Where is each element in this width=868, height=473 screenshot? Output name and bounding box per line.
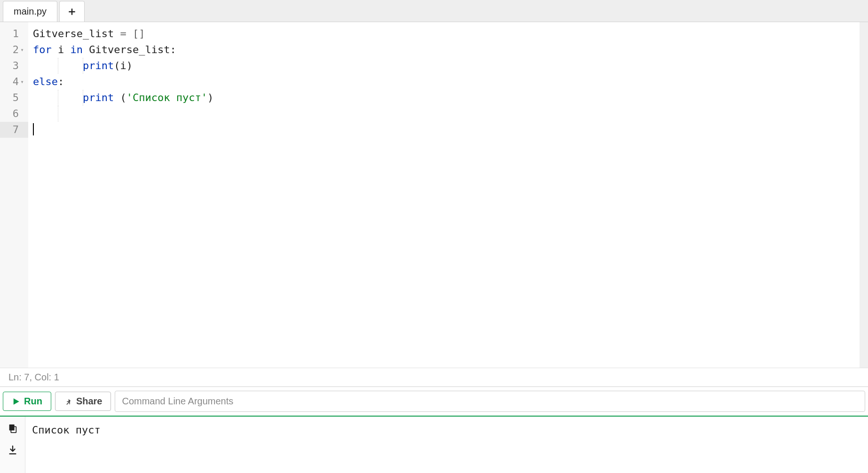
text-cursor bbox=[33, 123, 34, 135]
tab-main-py[interactable]: main.py bbox=[3, 1, 57, 22]
line-number: 5 bbox=[13, 90, 19, 106]
line-number: 1 bbox=[13, 26, 19, 42]
output-content[interactable]: Список пуст bbox=[25, 417, 868, 473]
copy-icon bbox=[8, 423, 18, 434]
line-number: 4 bbox=[13, 74, 19, 90]
gutter-line: 5 bbox=[0, 90, 28, 106]
share-button[interactable]: Share bbox=[55, 392, 111, 411]
share-icon bbox=[64, 397, 72, 406]
share-button-label: Share bbox=[76, 396, 103, 407]
line-number: 7 bbox=[13, 122, 19, 138]
code-line[interactable] bbox=[33, 106, 860, 122]
copy-output-button[interactable] bbox=[8, 423, 18, 435]
gutter-line: 7 bbox=[0, 122, 28, 138]
gutter-line: 4▾ bbox=[0, 74, 28, 90]
svg-rect-4 bbox=[9, 425, 14, 431]
code-line[interactable]: print(i) bbox=[33, 58, 860, 74]
run-button-label: Run bbox=[24, 396, 42, 407]
fold-marker-icon[interactable]: ▾ bbox=[20, 42, 24, 58]
code-line[interactable]: print ('Список пуст') bbox=[33, 90, 860, 106]
gutter: 12▾34▾567 bbox=[0, 22, 28, 368]
cli-args-input[interactable] bbox=[115, 391, 865, 412]
new-tab-button[interactable] bbox=[59, 1, 85, 22]
line-number: 2 bbox=[13, 42, 19, 58]
download-output-button[interactable] bbox=[8, 445, 18, 457]
tabs-bar: main.py bbox=[0, 0, 868, 22]
status-line: Ln: 7, Col: 1 bbox=[0, 368, 868, 386]
play-icon bbox=[12, 397, 20, 406]
download-icon bbox=[8, 445, 18, 455]
line-number: 6 bbox=[13, 106, 19, 122]
code-line[interactable]: else: bbox=[33, 74, 860, 90]
gutter-line: 6 bbox=[0, 106, 28, 122]
line-number: 3 bbox=[13, 58, 19, 74]
gutter-line: 2▾ bbox=[0, 42, 28, 58]
run-button[interactable]: Run bbox=[3, 392, 51, 411]
toolbar: Run Share bbox=[0, 386, 868, 417]
editor-area[interactable]: 12▾34▾567 Gitverse_list = []for i in Git… bbox=[0, 22, 868, 368]
plus-icon bbox=[67, 7, 77, 16]
code-line[interactable]: Gitverse_list = [] bbox=[33, 26, 860, 42]
output-sidebar bbox=[0, 417, 25, 473]
code-line[interactable]: for i in Gitverse_list: bbox=[33, 42, 860, 58]
svg-marker-2 bbox=[14, 398, 19, 405]
output-panel: Список пуст bbox=[0, 417, 868, 473]
code-line[interactable] bbox=[33, 122, 860, 138]
code-content[interactable]: Gitverse_list = []for i in Gitverse_list… bbox=[28, 22, 860, 368]
gutter-line: 3 bbox=[0, 58, 28, 74]
gutter-line: 1 bbox=[0, 26, 28, 42]
fold-marker-icon[interactable]: ▾ bbox=[20, 74, 24, 90]
scrollbar-stub[interactable] bbox=[860, 22, 868, 368]
